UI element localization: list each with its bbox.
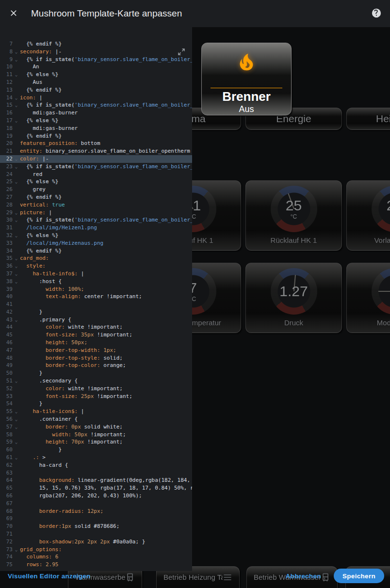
fold-spacer [13,385,20,393]
fold-caret-icon[interactable]: ⌄ [13,278,20,286]
code-line[interactable]: 8⌄secondary: |- [0,48,192,56]
code-line[interactable]: 13 {% endif %} [0,86,192,94]
code-line[interactable]: 32⌄ {% else %} [0,232,192,239]
code-line[interactable]: 17⌄ {% else %} [0,117,192,125]
code-line[interactable]: 25⌄ {% else %} [0,178,192,186]
code-line[interactable]: 30⌄ {% if is_state('binary_sensor.slave_… [0,216,192,224]
save-button[interactable]: Speichern [334,569,384,583]
code-line[interactable]: 9⌄ {% if is_state('binary_sensor.slave_f… [0,56,192,64]
code-line[interactable]: 51⌄ .secondary { [0,377,192,385]
fold-caret-icon[interactable]: ⌄ [13,48,20,56]
code-line[interactable]: 55⌄ ha-tile-icon$: | [0,408,192,415]
code-line[interactable]: 10 An [0,63,192,71]
fold-caret-icon[interactable]: ⌄ [13,270,20,278]
code-line[interactable]: 40 text-align: center !important; [0,293,192,301]
code-line[interactable]: 12 Aus [0,79,192,86]
code-line[interactable]: 35⌄card_mod: [0,254,192,262]
code-line[interactable]: 33 /local/img/Heizenaus.png [0,239,192,247]
code-line[interactable]: 39 width: 100%; [0,286,192,293]
code-line[interactable]: 73⌄grid_options: [0,546,192,554]
code-line[interactable]: 34 {% endif %} [0,247,192,255]
cancel-button[interactable]: Abbrechen [286,572,321,580]
code-line[interactable]: 46 height: 50px; [0,339,192,347]
code-line[interactable]: 56⌄ .container { [0,415,192,423]
fold-caret-icon[interactable]: ⌄ [13,262,20,270]
code-line[interactable]: 58 width: 50px !important; [0,431,192,439]
fold-caret-icon[interactable]: ⌄ [13,377,20,385]
code-line[interactable]: 31 /local/img/Heizen1.png [0,224,192,232]
code-line[interactable]: 50 } [0,369,192,377]
code-line[interactable]: 52 color: wihte !important; [0,385,192,393]
code-line[interactable]: 11⌄ {% else %} [0,71,192,79]
code-line[interactable]: 19 {% endif %} [0,132,192,140]
code-line[interactable]: 64 background: linear-gradient(0deg,rgba… [0,477,192,484]
code-line[interactable]: 60 } [0,446,192,454]
code-line[interactable]: 65 15, 15, 0.76) 33%, rgba(17, 18, 17, 0… [0,484,192,492]
code-line[interactable]: 63 [0,469,192,477]
code-line[interactable]: 16 mdi:gas-burner [0,109,192,117]
code-line[interactable]: 67 [0,500,192,508]
fold-caret-icon[interactable]: ⌄ [13,254,20,262]
code-line[interactable]: 66 rgba(207, 206, 202, 0.43) 100%); [0,492,192,500]
code-line[interactable]: 37⌄ ha-tile-info$: | [0,270,192,278]
code-line[interactable]: 29⌄picture: | [0,209,192,217]
code-line[interactable]: 53 font-size: 25px !important; [0,393,192,400]
fold-caret-icon[interactable]: ⌄ [13,408,20,415]
code-line[interactable]: 15⌄ {% if is_state('binary_sensor.slave_… [0,101,192,109]
code-line[interactable]: 38⌄ :host { [0,278,192,286]
code-line[interactable]: 61⌄ .: > [0,454,192,461]
code-line[interactable]: 49 border-top-color: orange; [0,362,192,369]
code-line[interactable]: 26 grey [0,186,192,193]
code-line[interactable]: 70 border:1px solid #878686; [0,523,192,530]
code-line[interactable]: 20features_position: bottom [0,140,192,147]
code-line[interactable]: 22⌄color: |- [0,155,192,163]
fold-caret-icon[interactable]: ⌄ [13,56,20,64]
code-line[interactable]: 23⌄ {% if is_state('binary_sensor.slave_… [0,163,192,171]
fold-caret-icon[interactable]: ⌄ [13,101,20,109]
code-line[interactable]: 45 font-size: 35px !important; [0,331,192,339]
fold-caret-icon[interactable]: ⌄ [13,546,20,554]
code-line[interactable]: 48 border-top-style: solid; [0,354,192,362]
code-line[interactable]: 47 border-top-width: 1px; [0,347,192,354]
fold-caret-icon[interactable]: ⌄ [13,94,20,102]
code-line[interactable]: 44 color: wihte !important; [0,323,192,331]
code-line[interactable]: 57⌄ border: 0px solid white; [0,423,192,431]
code-line[interactable]: 36⌄ style: [0,262,192,270]
code-line[interactable]: 28vertical: true [0,201,192,209]
yaml-editor[interactable]: 7 {% endif %}8⌄secondary: |-9⌄ {% if is_… [0,27,192,571]
fold-caret-icon[interactable]: ⌄ [13,209,20,217]
fold-caret-icon[interactable]: ⌄ [13,423,20,431]
code-line[interactable]: 43⌄ .primary { [0,316,192,324]
fold-caret-icon[interactable]: ⌄ [13,155,20,163]
fold-caret-icon[interactable]: ⌄ [13,216,20,224]
fold-caret-icon[interactable]: ⌄ [13,438,20,446]
code-line[interactable]: 14⌄icon: | [0,94,192,102]
fold-caret-icon[interactable]: ⌄ [13,178,20,186]
show-visual-editor-button[interactable]: Visuellen Editor anzeigen [8,572,91,580]
code-line[interactable]: 21entity: binary_sensor.slave_flame_on_b… [0,147,192,155]
code-line[interactable]: 74 columns: 6 [0,553,192,561]
code-line[interactable]: 72 box-shadow:2px 2px 2px #0a0a0a; } [0,538,192,546]
code-line[interactable]: 59⌄ height: 70px !important; [0,438,192,446]
fold-caret-icon[interactable]: ⌄ [13,71,20,79]
code-line[interactable]: 42 } [0,308,192,316]
fold-caret-icon[interactable]: ⌄ [13,163,20,171]
help-button[interactable] [370,7,383,20]
fold-caret-icon[interactable]: ⌄ [13,117,20,125]
code-line[interactable]: 54 } [0,400,192,408]
code-line[interactable]: 7 {% endif %} [0,40,192,48]
code-line[interactable]: 18 mdi:gas-burner [0,125,192,132]
code-line[interactable]: 41 [0,301,192,308]
code-line[interactable]: 69 [0,515,192,523]
fold-caret-icon[interactable]: ⌄ [13,415,20,423]
fold-caret-icon[interactable]: ⌄ [13,232,20,239]
code-line[interactable]: 68 border-radius: 12px; [0,508,192,515]
code-line[interactable]: 62 ha-card { [0,461,192,469]
code-line[interactable]: 71 [0,530,192,538]
close-button[interactable] [7,7,20,20]
code-line[interactable]: 24 red [0,171,192,178]
code-line[interactable]: 27 {% endif %} [0,193,192,201]
fold-caret-icon[interactable]: ⌄ [13,316,20,324]
expand-editor-button[interactable] [175,46,188,59]
fold-caret-icon[interactable]: ⌄ [13,454,20,461]
